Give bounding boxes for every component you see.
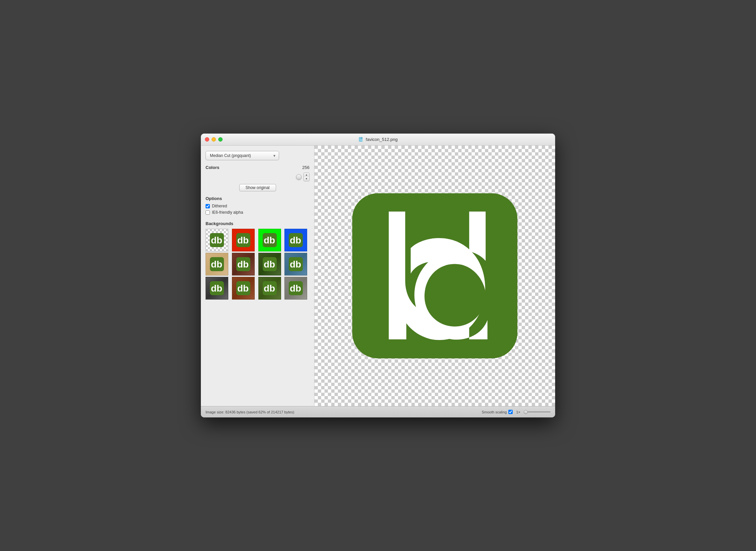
colors-header: Colors 256: [206, 165, 309, 170]
titlebar: PNG favicon_512.png: [201, 134, 555, 146]
minimize-button[interactable]: [212, 137, 216, 142]
bg-thumbnail-foliage[interactable]: db: [258, 253, 281, 276]
zoom-label: 1×: [516, 410, 520, 414]
dithered-row: Dithered: [206, 204, 309, 208]
svg-text:db: db: [290, 235, 301, 245]
svg-text:db: db: [290, 283, 301, 294]
svg-text:db: db: [264, 283, 275, 294]
window-title: PNG favicon_512.png: [358, 137, 397, 142]
svg-text:db: db: [290, 259, 301, 269]
backgrounds-grid: db db db db: [206, 229, 309, 300]
file-icon: PNG: [358, 137, 364, 142]
colors-stepper: ▲ ▼: [303, 173, 309, 181]
svg-text:db: db: [211, 259, 222, 269]
options-title: Options: [206, 196, 309, 201]
svg-text:db: db: [237, 259, 249, 269]
colors-value: 256: [302, 165, 309, 170]
stepper-up-button[interactable]: ▲: [304, 173, 309, 177]
options-section: Options Dithered IE6-friendly alpha: [206, 196, 309, 216]
slider-row: ▲ ▼: [206, 173, 309, 181]
backgrounds-title: Backgrounds: [206, 221, 309, 226]
show-original-row: Show original: [206, 184, 309, 191]
bg-thumbnail-water[interactable]: db: [284, 253, 307, 276]
svg-text:PNG: PNG: [360, 139, 363, 141]
stepper-down-button[interactable]: ▼: [304, 177, 309, 181]
svg-text:db: db: [211, 283, 222, 294]
window-body: Median Cut (pngquant) NeuQuant Octree ▼ …: [201, 146, 555, 406]
smooth-scaling-row: Smooth scaling: [482, 410, 513, 414]
svg-text:db: db: [237, 283, 249, 294]
bg-thumbnail-brown[interactable]: db: [232, 253, 255, 276]
algorithm-select[interactable]: Median Cut (pngquant) NeuQuant Octree: [209, 153, 276, 158]
svg-text:db: db: [211, 235, 222, 245]
bg-thumbnail-red[interactable]: db: [232, 229, 255, 251]
traffic-lights: [205, 137, 223, 142]
ie6-alpha-label: IE6-friendly alpha: [212, 210, 243, 215]
preview-area: [314, 146, 555, 406]
statusbar-right: Smooth scaling 1×: [482, 410, 550, 414]
bg-thumbnail-blue[interactable]: db: [284, 229, 307, 251]
algorithm-row: Median Cut (pngquant) NeuQuant Octree ▼: [206, 151, 309, 160]
smooth-scaling-checkbox[interactable]: [508, 410, 513, 414]
bg-thumbnail-cracked[interactable]: db: [206, 277, 228, 300]
svg-text:db: db: [264, 235, 275, 245]
ie6-alpha-row: IE6-friendly alpha: [206, 210, 309, 215]
algorithm-dropdown[interactable]: Median Cut (pngquant) NeuQuant Octree ▼: [206, 151, 279, 160]
favicon-preview: [341, 182, 528, 369]
bg-thumbnail-rust[interactable]: db: [232, 277, 255, 300]
maximize-button[interactable]: [218, 137, 223, 142]
bg-thumbnail-sand[interactable]: db: [206, 253, 228, 276]
colors-label: Colors: [206, 165, 219, 170]
zoom-slider[interactable]: [524, 411, 550, 412]
svg-text:db: db: [237, 235, 249, 245]
bg-thumbnail-moss[interactable]: db: [258, 277, 281, 300]
ie6-alpha-checkbox[interactable]: [206, 210, 210, 215]
svg-rect-1: [361, 137, 362, 139]
bg-thumbnail-stone[interactable]: db: [284, 277, 307, 300]
dithered-label: Dithered: [212, 204, 227, 208]
svg-text:db: db: [264, 259, 275, 269]
close-button[interactable]: [205, 137, 209, 142]
dithered-checkbox[interactable]: [206, 204, 210, 208]
bg-thumbnail-checker[interactable]: db: [206, 229, 228, 251]
app-window: PNG favicon_512.png Median Cut (pngquant…: [201, 134, 555, 417]
sidebar: Median Cut (pngquant) NeuQuant Octree ▼ …: [201, 146, 314, 406]
colors-section: Colors 256 ▲ ▼ Show original: [206, 165, 309, 191]
bg-thumbnail-green[interactable]: db: [258, 229, 281, 251]
smooth-scaling-label: Smooth scaling: [482, 410, 507, 414]
statusbar: Image size: 82436 bytes (saved 62% of 21…: [201, 406, 555, 417]
show-original-button[interactable]: Show original: [239, 184, 276, 191]
colors-slider[interactable]: [206, 176, 301, 178]
size-info: Image size: 82436 bytes (saved 62% of 21…: [206, 410, 294, 414]
backgrounds-section: Backgrounds db db: [206, 221, 309, 300]
